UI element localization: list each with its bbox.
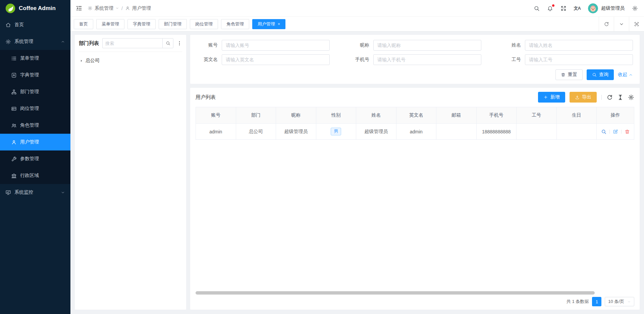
fullscreen-icon[interactable] [560,5,567,11]
breadcrumb-separator: / [121,6,123,11]
tab-user-management[interactable]: 用户管理× [252,19,285,29]
translate-icon[interactable]: 文A [574,5,581,11]
tab-dict-management[interactable]: 字典管理 [127,19,156,29]
sidebar-item-dept-management[interactable]: 部门管理 [0,83,70,100]
page-1-button[interactable]: 1 [592,297,601,306]
pagination: 共 1 条数据 1 10 条/页 [196,297,634,306]
sidebar-item-post-management[interactable]: 岗位管理 [0,100,70,117]
row-height-icon[interactable] [617,94,624,101]
tab-role-management[interactable]: 角色管理 [221,19,249,29]
tab-dept-management[interactable]: 部门管理 [159,19,187,29]
org-chart-icon [11,89,17,95]
horizontal-scrollbar [196,291,634,295]
delete-user-button[interactable] [625,129,630,134]
divider [609,130,610,134]
sidebar-item-home[interactable]: 首页 [0,16,70,33]
tab-label: 字典管理 [133,21,150,27]
pagination-total: 共 1 条数据 [567,299,589,305]
maximize-view-button[interactable] [629,17,644,31]
sidebar-item-system-monitor[interactable]: 系统监控 [0,184,70,201]
search-icon[interactable] [534,5,540,11]
user-menu[interactable]: 超级管理员 [588,3,625,13]
chevron-up-icon [629,73,633,77]
table-cell: 18888888888 [476,124,517,140]
tree-item-company[interactable]: 总公司 [79,56,181,65]
edit-user-button[interactable] [613,129,618,134]
gear-icon [88,6,93,11]
table-column-header: 性别 [316,107,356,124]
phone-label: 手机号 [348,57,369,63]
department-search-input[interactable] [102,38,162,48]
sidebar-item-label: 参数管理 [20,156,39,162]
horizontal-scrollbar-thumb[interactable] [196,291,595,295]
tab-label: 用户管理 [258,21,275,27]
sidebar-item-admin-region[interactable]: 行政区域 [0,167,70,184]
column-settings-icon[interactable] [628,94,634,101]
english-name-label: 英文名 [197,57,218,63]
sidebar-item-menu-management[interactable]: 菜单管理 [0,50,70,67]
sidebar-item-label: 角色管理 [20,122,39,128]
sidebar-item-dict-management[interactable]: 字典管理 [0,67,70,83]
filter-field-job-number: 工号 [500,54,633,65]
reset-button-label: 重置 [568,72,577,78]
sidebar-item-system-management[interactable]: 系统管理 [0,33,70,50]
tab-label: 首页 [79,21,88,27]
sidebar-item-user-management[interactable]: 用户管理 [0,134,70,150]
id-card-icon [11,106,17,112]
divider [621,130,622,134]
tab-home[interactable]: 首页 [74,19,93,29]
department-search-button[interactable] [162,38,173,48]
page-size-value: 10 条/页 [608,299,624,305]
sidebar-item-param-management[interactable]: 参数管理 [0,150,70,167]
user-filter-form: 账号昵称姓名英文名手机号工号 重置 查询 收起 [190,35,640,84]
maximize-icon [634,21,639,27]
caret-right-icon [79,59,83,63]
sidebar-collapse-button[interactable] [76,5,82,11]
breadcrumb-item-user-management[interactable]: 用户管理 [125,5,151,11]
chevron-down-icon [61,190,65,195]
export-button[interactable]: 导出 [570,92,597,103]
query-button[interactable]: 查询 [587,69,614,80]
view-user-button[interactable] [601,129,606,134]
sidebar-item-role-management[interactable]: 角色管理 [0,117,70,134]
chevron-down-icon [115,6,119,10]
table-row: admin总公司超级管理员男超级管理员admin18888888888 [196,124,634,140]
account-input[interactable] [222,40,330,51]
trash-icon [561,72,566,77]
collapse-filter-link[interactable]: 收起 [618,72,633,78]
table-column-header: 工号 [517,107,557,124]
nickname-label: 昵称 [348,42,369,48]
sidebar-item-label: 系统管理 [14,39,33,45]
tab-dropdown-button[interactable] [614,17,629,31]
settings-gear-icon[interactable] [632,5,638,11]
brand-name: Coffee Admin [19,5,56,12]
plus-icon [543,95,548,100]
notifications-button[interactable] [547,5,553,11]
english-name-input[interactable] [222,54,330,65]
breadcrumb-item-system-management[interactable]: 系统管理 [88,5,119,11]
sidebar: Coffee Admin 首页系统管理菜单管理字典管理部门管理岗位管理角色管理用… [0,0,70,314]
table-column-header: 手机号 [476,107,517,124]
name-input[interactable] [525,40,633,51]
dictionary-icon [11,72,17,78]
kebab-menu-icon[interactable] [177,40,182,47]
gender-tag: 男 [331,128,341,135]
avatar [588,3,598,13]
reset-button[interactable]: 重置 [555,69,583,80]
job-number-input[interactable] [525,54,633,65]
add-user-label: 新增 [550,94,560,100]
page-size-select[interactable]: 10 条/页 [605,297,634,306]
content-area: 部门列表 总公司 账号昵称姓名英文名手机号工号 重置 [70,32,644,314]
chevron-down-icon [627,300,631,304]
department-panel-header: 部门列表 [79,38,182,52]
nickname-input[interactable] [373,40,481,51]
tab-post-management[interactable]: 岗位管理 [190,19,218,29]
close-icon[interactable]: × [278,22,280,26]
table-column-header: 账号 [196,107,236,124]
phone-input[interactable] [373,54,481,65]
refresh-table-icon[interactable] [606,94,613,101]
tab-menu-management[interactable]: 菜单管理 [96,19,124,29]
add-user-button[interactable]: 新增 [538,92,565,103]
refresh-tab-button[interactable] [599,17,614,31]
refresh-icon [604,21,609,27]
